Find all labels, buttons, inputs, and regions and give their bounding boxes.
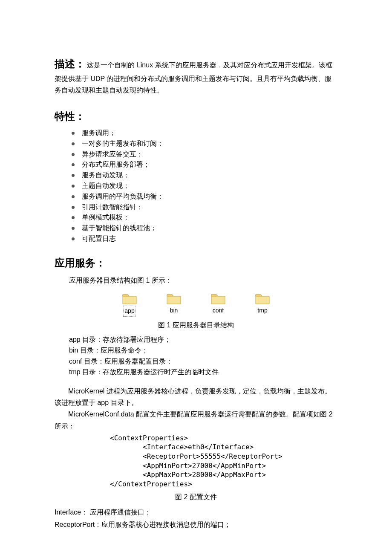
para2-text: MicroKernelConf.data 配置文件主要配置应用服务器运行需要配置… xyxy=(55,410,333,429)
description-label: 描述： xyxy=(55,58,85,69)
folder-label: app xyxy=(123,306,135,317)
folder-row: app bin conf xyxy=(55,292,337,317)
features-list: 服务调用； 一对多的主题发布和订阅； 异步请求应答交互； 分布式应用服务部署； … xyxy=(70,128,337,244)
list-item: 主题自动发现； xyxy=(70,181,337,191)
list-item: 服务自动发现； xyxy=(70,170,337,181)
folder-app: app xyxy=(119,292,140,317)
folder-tmp: tmp xyxy=(252,292,273,317)
list-item: 一对多的主题发布和订阅； xyxy=(70,139,337,149)
list-item: 服务调用的平均负载均衡； xyxy=(70,191,337,202)
def-receptorport: ReceptorPort：应用服务器核心进程接收消息使用的端口； xyxy=(55,519,337,530)
dir-desc-line: app 目录：存放待部署应用程序； xyxy=(69,334,337,345)
folder-icon xyxy=(255,292,270,305)
document-page: 描述： 这是一个自制的 Linux 系统下的应用服务器，及其对应分布式应用开发框… xyxy=(0,0,392,555)
list-item: 可配置日志 xyxy=(70,234,337,244)
folder-label: tmp xyxy=(257,306,267,316)
folder-icon xyxy=(210,292,226,305)
dir-desc-line: tmp 目录：存放应用服务器运行时产生的临时文件 xyxy=(69,367,337,378)
list-item: 引用计数智能指针； xyxy=(70,202,337,213)
figure-2-caption: 图 2 配置文件 xyxy=(55,491,337,503)
description-text: 这是一个自制的 Linux 系统下的应用服务器，及其对应分布式应用开发框架。该框… xyxy=(55,61,332,94)
folder-icon xyxy=(122,292,137,305)
description-block: 描述： 这是一个自制的 Linux 系统下的应用服务器，及其对应分布式应用开发框… xyxy=(55,55,337,96)
def-interface: Interface： 应用程序通信接口； xyxy=(55,506,337,518)
appservice-intro: 应用服务器目录结构如图 1 所示： xyxy=(69,275,337,286)
list-item: 异步请求应答交互； xyxy=(70,149,337,160)
xml-config-block: <ContextProperties> <Interface>eth0</Int… xyxy=(110,434,337,489)
figure-1-caption: 图 1 应用服务器目录结构 xyxy=(55,319,337,331)
list-item: 分布式应用服务部署； xyxy=(70,159,337,170)
list-item: 基于智能指针的线程池； xyxy=(70,223,337,234)
dir-desc-line: bin 目录：应用服务命令； xyxy=(69,345,337,356)
appservice-heading: 应用服务： xyxy=(55,254,337,272)
folder-icon xyxy=(166,292,182,305)
folder-label: conf xyxy=(213,306,224,316)
microkernel-paragraph: MicroKernel 进程为应用服务器核心进程，负责服务发现，定位，负载均衡，… xyxy=(55,385,337,408)
microkernelconf-paragraph: MicroKernelConf.data 配置文件主要配置应用服务器运行需要配置… xyxy=(55,408,337,431)
folder-bin: bin xyxy=(163,292,184,317)
para1-text: MicroKernel 进程为应用服务器核心进程，负责服务发现，定位，负载均衡，… xyxy=(55,387,331,406)
list-item: 单例模式模板； xyxy=(70,212,337,223)
folder-conf: conf xyxy=(208,292,229,317)
features-heading: 特性： xyxy=(55,108,337,125)
list-item: 服务调用； xyxy=(70,128,337,139)
dir-desc-line: conf 目录：应用服务器配置目录； xyxy=(69,356,337,367)
directory-descriptions: app 目录：存放待部署应用程序； bin 目录：应用服务命令； conf 目录… xyxy=(69,334,337,378)
folder-label: bin xyxy=(170,306,178,316)
